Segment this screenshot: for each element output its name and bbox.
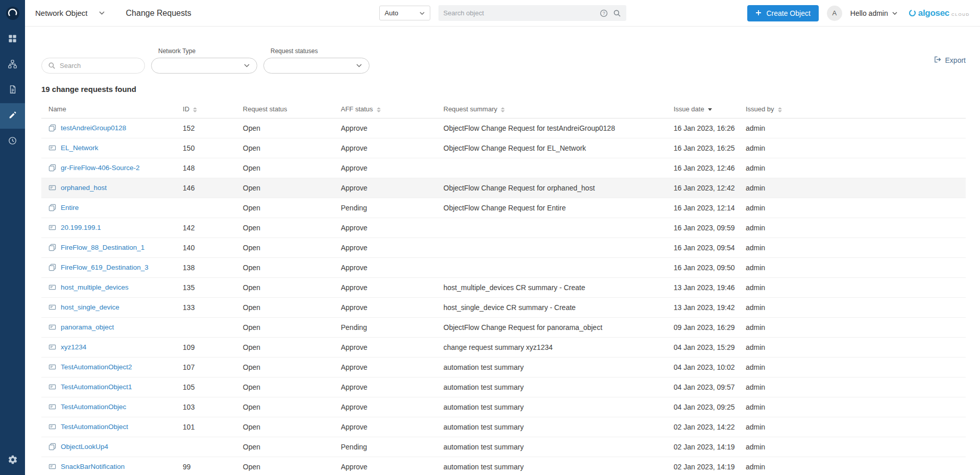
- object-name-link[interactable]: panorama_object: [61, 323, 114, 331]
- sidebar-item-network-objects[interactable]: [0, 52, 25, 78]
- request-statuses-select[interactable]: [263, 58, 370, 74]
- table-row[interactable]: FireFlow_88_Destination_1 140 Open Appro…: [41, 238, 966, 257]
- object-name-link[interactable]: orphaned_host: [61, 184, 107, 192]
- user-menu[interactable]: Hello admin: [850, 9, 897, 17]
- table-row[interactable]: testAndreiGroup0128 152 Open Approve Obj…: [41, 118, 966, 138]
- table-search-input[interactable]: [60, 62, 138, 69]
- export-button[interactable]: Export: [933, 55, 966, 65]
- column-header-id[interactable]: ID: [183, 101, 243, 118]
- cell-aff-status: Approve: [341, 118, 444, 138]
- request-statuses-label: Request statuses: [271, 48, 370, 55]
- object-name-link[interactable]: FireFlow_619_Destination_3: [61, 264, 149, 271]
- column-header-request-status: Request status: [243, 101, 341, 118]
- cell-issue-date: 16 Jan 2023, 12:46: [674, 158, 746, 178]
- object-name-link[interactable]: host_multiple_devices: [61, 283, 129, 291]
- column-label: Request summary: [444, 105, 497, 113]
- page-title: Change Requests: [126, 9, 191, 18]
- sort-icon[interactable]: [377, 107, 381, 112]
- cell-id: 135: [183, 277, 243, 297]
- sidebar-item-change-requests[interactable]: [0, 103, 25, 129]
- table-row[interactable]: EL_Network 150 Open Approve ObjectFlow C…: [41, 138, 966, 158]
- object-name-link[interactable]: TestAutomationObject: [61, 423, 128, 431]
- table-row[interactable]: host_multiple_devices 135 Open Approve h…: [41, 277, 966, 297]
- column-header-issue-date[interactable]: Issue date: [674, 101, 746, 118]
- cell-issued-by: admin: [746, 397, 966, 417]
- table-row[interactable]: panorama_object Open Pending ObjectFlow …: [41, 317, 966, 337]
- table-row[interactable]: TestAutomationObjec 103 Open Approve aut…: [41, 397, 966, 417]
- search-icon[interactable]: [613, 9, 621, 17]
- sort-icon[interactable]: [501, 107, 505, 112]
- top-bar: Network Object Change Requests Auto ?: [25, 0, 980, 27]
- table-row[interactable]: xyz1234 109 Open Approve change request …: [41, 337, 966, 357]
- object-name-link[interactable]: host_single_device: [61, 303, 119, 311]
- network-type-select[interactable]: [151, 58, 257, 74]
- create-object-button[interactable]: Create Object: [747, 5, 818, 21]
- app-logo[interactable]: [0, 0, 25, 27]
- object-name-link[interactable]: testAndreiGroup0128: [61, 124, 126, 132]
- object-name-link[interactable]: gr-FireFlow-406-Source-2: [61, 164, 140, 172]
- object-name-link[interactable]: Entire: [61, 204, 79, 211]
- cell-id: 152: [183, 118, 243, 138]
- cell-issued-by: admin: [746, 437, 966, 457]
- table-row[interactable]: Entire Open Pending ObjectFlow Change Re…: [41, 198, 966, 218]
- object-name-link[interactable]: xyz1234: [61, 343, 86, 351]
- help-icon[interactable]: ?: [600, 9, 608, 17]
- sidebar-item-history[interactable]: [0, 129, 25, 154]
- sidebar-item-dashboard[interactable]: [0, 27, 25, 52]
- cell-issue-date: 16 Jan 2023, 16:26: [674, 118, 746, 138]
- table-row[interactable]: 20.199.199.1 142 Open Approve 16 Jan 202…: [41, 218, 966, 238]
- sort-icon[interactable]: [778, 107, 782, 112]
- object-type-menu-label: Network Object: [35, 9, 88, 17]
- cell-id: [183, 198, 243, 218]
- object-name-link[interactable]: SnackBarNotification: [61, 463, 125, 470]
- table-row[interactable]: TestAutomationObject1 105 Open Approve a…: [41, 377, 966, 397]
- host-object-icon: [48, 144, 56, 152]
- sidebar-item-settings[interactable]: [0, 450, 25, 471]
- object-name-link[interactable]: TestAutomationObjec: [61, 403, 126, 411]
- cell-request-summary: [444, 218, 674, 238]
- table-row[interactable]: TestAutomationObject 101 Open Approve au…: [41, 417, 966, 437]
- table-row[interactable]: FireFlow_619_Destination_3 138 Open Appr…: [41, 257, 966, 277]
- cell-aff-status: Approve: [341, 257, 444, 277]
- table-row[interactable]: host_single_device 133 Open Approve host…: [41, 297, 966, 317]
- object-name-link[interactable]: TestAutomationObject1: [61, 383, 132, 391]
- table-row[interactable]: orphaned_host 146 Open Approve ObjectFlo…: [41, 178, 966, 198]
- cell-request-summary: automation test summary: [444, 417, 674, 437]
- brand-suffix: CLOUD: [951, 12, 970, 17]
- column-header-issued-by[interactable]: Issued by: [746, 101, 966, 118]
- change-requests-table: NameIDRequest statusAFF statusRequest su…: [41, 101, 966, 475]
- table-row[interactable]: TestAutomationObject2 107 Open Approve a…: [41, 357, 966, 377]
- cell-issued-by: admin: [746, 297, 966, 317]
- host-object-icon: [48, 323, 56, 331]
- search-mode-value: Auto: [385, 9, 399, 17]
- cell-id: 103: [183, 397, 243, 417]
- cell-request-status: Open: [243, 118, 341, 138]
- object-name-link[interactable]: TestAutomationObject2: [61, 363, 132, 371]
- sort-icon[interactable]: [193, 107, 197, 112]
- table-row[interactable]: SnackBarNotification 99 Open Approve aut…: [41, 457, 966, 475]
- user-avatar[interactable]: A: [827, 6, 842, 21]
- table-row[interactable]: ObjectLookUp4 Open Pending automation te…: [41, 437, 966, 457]
- sidebar-item-reports[interactable]: [0, 78, 25, 103]
- cell-request-summary: ObjectFlow Change Request for Entire: [444, 198, 674, 218]
- object-type-menu[interactable]: Network Object: [35, 9, 105, 17]
- create-object-button-label: Create Object: [766, 9, 810, 17]
- object-name-link[interactable]: ObjectLookUp4: [61, 443, 108, 450]
- cell-id: [183, 437, 243, 457]
- cell-aff-status: Pending: [341, 198, 444, 218]
- object-name-link[interactable]: 20.199.199.1: [61, 224, 101, 231]
- column-header-aff-status[interactable]: AFF status: [341, 101, 444, 118]
- cell-request-status: Open: [243, 178, 341, 198]
- user-greeting: Hello admin: [850, 9, 888, 17]
- search-mode-select[interactable]: Auto: [379, 6, 430, 20]
- object-name-link[interactable]: EL_Network: [61, 144, 99, 152]
- sort-icon[interactable]: [708, 108, 712, 111]
- chevron-down-icon: [892, 12, 897, 15]
- column-header-request-summary[interactable]: Request summary: [444, 101, 674, 118]
- table-row[interactable]: gr-FireFlow-406-Source-2 148 Open Approv…: [41, 158, 966, 178]
- object-name-link[interactable]: FireFlow_88_Destination_1: [61, 244, 144, 251]
- app-logo-icon: [5, 6, 20, 21]
- cell-request-status: Open: [243, 417, 341, 437]
- host-object-icon: [48, 283, 56, 291]
- global-search-input[interactable]: [444, 9, 595, 17]
